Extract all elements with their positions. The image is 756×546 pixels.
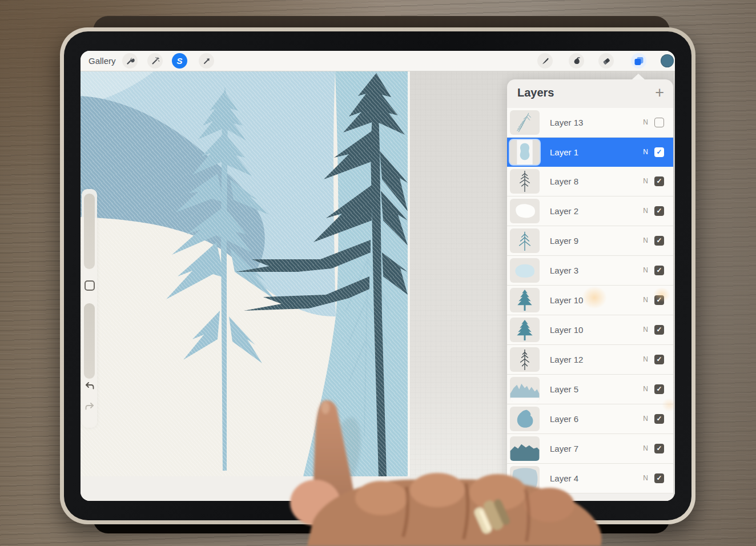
brush-tool-icon[interactable] bbox=[537, 53, 553, 69]
gallery-button[interactable]: Gallery bbox=[89, 51, 116, 71]
layer-row[interactable]: Layer 2 N bbox=[507, 196, 673, 226]
layer-row[interactable]: Layer 9 N bbox=[507, 226, 673, 256]
layer-visibility-checkbox[interactable] bbox=[654, 355, 664, 364]
layer-visibility-checkbox[interactable] bbox=[654, 444, 664, 453]
canvas-edge bbox=[408, 71, 410, 476]
modify-button[interactable] bbox=[85, 280, 95, 291]
artwork bbox=[81, 71, 408, 476]
layer-row[interactable]: Layer 10 N bbox=[507, 315, 673, 345]
layer-name: Layer 13 bbox=[550, 108, 583, 137]
active-color-swatch[interactable] bbox=[661, 54, 674, 67]
layer-thumbnail bbox=[510, 347, 540, 372]
blend-mode-badge[interactable]: N bbox=[643, 464, 648, 493]
layer-row[interactable]: Layer 5 N bbox=[507, 375, 673, 404]
brush-sidebar bbox=[82, 189, 97, 428]
top-toolbar: Gallery S bbox=[81, 51, 675, 71]
actions-wrench-icon[interactable] bbox=[122, 53, 138, 69]
blend-mode-badge[interactable]: N bbox=[643, 138, 648, 167]
add-layer-button[interactable]: + bbox=[655, 84, 664, 101]
layer-thumbnail bbox=[510, 407, 540, 431]
selection-s-glyph: S bbox=[176, 56, 182, 66]
layer-thumbnail bbox=[510, 466, 540, 491]
layer-row[interactable]: Layer 3 N bbox=[507, 256, 673, 286]
layer-thumbnail bbox=[510, 169, 540, 194]
layer-name: Layer 2 bbox=[550, 196, 578, 226]
layer-visibility-checkbox[interactable] bbox=[654, 118, 664, 127]
layer-visibility-checkbox[interactable] bbox=[654, 473, 664, 483]
eraser-tool-icon[interactable] bbox=[598, 53, 614, 69]
layer-name: Layer 1 bbox=[550, 138, 578, 167]
layer-visibility-checkbox[interactable] bbox=[654, 384, 664, 394]
layer-visibility-checkbox[interactable] bbox=[654, 147, 664, 157]
layer-name: Layer 7 bbox=[550, 434, 578, 463]
brush-size-slider[interactable] bbox=[84, 194, 95, 269]
layer-name: Layer 9 bbox=[550, 226, 578, 255]
layer-thumbnail bbox=[510, 436, 540, 461]
layer-name: Layer 10 bbox=[550, 286, 583, 315]
layer-thumbnail bbox=[510, 288, 540, 312]
layer-visibility-checkbox[interactable] bbox=[654, 325, 664, 335]
layer-name: Layer 8 bbox=[550, 167, 578, 196]
ipad: Gallery S bbox=[60, 27, 695, 524]
layers-panel-title: Layers bbox=[517, 86, 554, 99]
blend-mode-badge[interactable]: N bbox=[643, 434, 648, 463]
blend-mode-badge[interactable]: N bbox=[643, 196, 648, 226]
blend-mode-badge[interactable]: N bbox=[643, 375, 648, 404]
layer-row[interactable]: Layer 13 N bbox=[507, 108, 673, 138]
layer-name: Layer 6 bbox=[550, 404, 578, 433]
blend-mode-badge[interactable]: N bbox=[643, 404, 648, 433]
blend-mode-badge[interactable]: N bbox=[643, 256, 648, 285]
layer-row[interactable]: Layer 7 N bbox=[507, 434, 673, 464]
layer-visibility-checkbox[interactable] bbox=[654, 414, 664, 424]
layer-row[interactable]: Layer 12 N bbox=[507, 345, 673, 375]
drawing-canvas[interactable] bbox=[81, 71, 408, 476]
layer-name: Layer 12 bbox=[550, 345, 583, 374]
panel-notch bbox=[632, 74, 645, 79]
redo-button[interactable] bbox=[84, 402, 95, 412]
blend-mode-badge[interactable]: N bbox=[643, 315, 648, 344]
blend-mode-badge[interactable]: N bbox=[643, 345, 648, 374]
procreate-screen: Gallery S bbox=[81, 51, 675, 501]
layer-list: Layer 13 N Layer 1 N bbox=[507, 108, 673, 501]
selection-tool-icon[interactable]: S bbox=[172, 53, 187, 69]
layer-name: Layer 10 bbox=[550, 315, 583, 344]
layer-thumbnail bbox=[510, 110, 540, 135]
layer-thumbnail bbox=[510, 140, 540, 164]
ipad-bezel: Gallery S bbox=[64, 31, 691, 520]
layer-row[interactable]: Layer 6 N bbox=[507, 404, 673, 434]
undo-button[interactable] bbox=[84, 381, 95, 391]
photo-scene: Gallery S bbox=[0, 0, 756, 546]
layer-name: Layer 4 bbox=[550, 464, 578, 493]
layer-visibility-checkbox[interactable] bbox=[654, 266, 664, 275]
brush-opacity-slider[interactable] bbox=[84, 303, 95, 379]
layer-thumbnail bbox=[510, 377, 540, 402]
layer-thumbnail bbox=[510, 199, 540, 223]
layer-thumbnail bbox=[510, 258, 540, 283]
layer-name: Layer 3 bbox=[550, 256, 578, 285]
layer-thumbnail bbox=[510, 318, 540, 342]
blend-mode-badge[interactable]: N bbox=[643, 226, 648, 255]
layer-visibility-checkbox[interactable] bbox=[654, 295, 664, 305]
adjustments-wand-icon[interactable] bbox=[147, 53, 163, 69]
smudge-tool-icon[interactable] bbox=[569, 53, 584, 69]
layer-row[interactable]: Layer 4 N bbox=[507, 464, 673, 493]
layer-row[interactable]: Layer 10 N bbox=[507, 286, 673, 315]
layers-panel-header: Layers + bbox=[507, 79, 673, 107]
layer-name: Layer 5 bbox=[550, 375, 578, 404]
layer-row[interactable]: Layer 1 N bbox=[507, 138, 673, 167]
layer-visibility-checkbox[interactable] bbox=[654, 206, 664, 216]
layer-visibility-checkbox[interactable] bbox=[654, 236, 664, 246]
blend-mode-badge[interactable]: N bbox=[643, 286, 648, 315]
canvas-margin bbox=[81, 476, 410, 501]
layers-panel: Layers + Layer 13 N bbox=[507, 79, 673, 501]
blend-mode-badge[interactable]: N bbox=[643, 108, 648, 137]
transform-arrow-icon[interactable] bbox=[199, 53, 214, 69]
layer-thumbnail bbox=[510, 228, 540, 253]
blend-mode-badge[interactable]: N bbox=[643, 167, 648, 196]
layers-panel-icon[interactable] bbox=[631, 53, 646, 69]
layer-visibility-checkbox[interactable] bbox=[654, 176, 664, 186]
layer-row[interactable]: Layer 8 N bbox=[507, 167, 673, 196]
